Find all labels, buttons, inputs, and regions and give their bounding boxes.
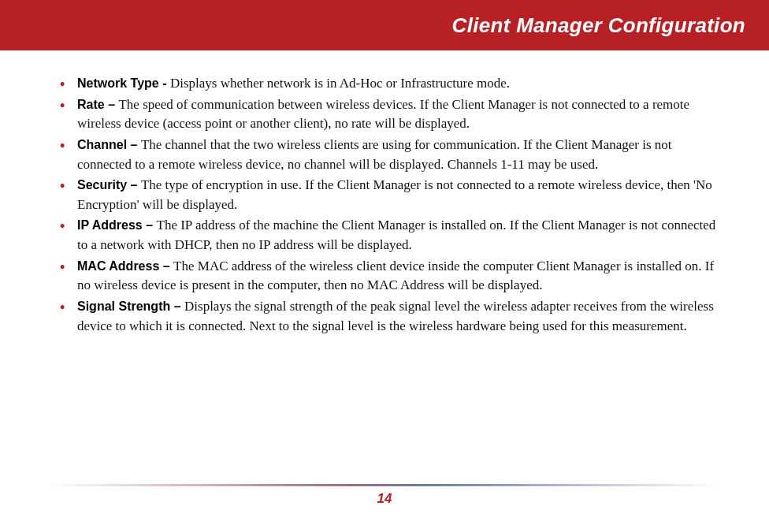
term-description: The channel that the two wireless client… [77,137,672,172]
term-label: MAC Address – [77,259,173,273]
term-label: IP Address – [77,218,157,232]
footer: 14 [47,484,722,507]
content-area: Network Type - Displays whether network … [0,50,769,336]
term-description: The IP address of the machine the Client… [77,218,715,252]
page-title: Client Manager Configuration [452,13,745,38]
list-item: Signal Strength – Displays the signal st… [60,297,722,336]
list-item: Rate – The speed of communication betwee… [60,95,722,134]
list-item: Network Type - Displays whether network … [60,74,722,94]
term-description: The speed of communication between wirel… [77,97,689,132]
term-label: Security – [77,178,141,192]
definition-list: Network Type - Displays whether network … [60,74,722,336]
list-item: Security – The type of encryption in use… [60,176,722,214]
term-label: Channel – [77,138,141,151]
divider [47,484,722,486]
term-label: Network Type - [77,76,170,90]
term-label: Signal Strength – [77,299,184,313]
term-description: Displays whether network is in Ad-Hoc or… [170,76,510,91]
list-item: MAC Address – The MAC address of the wir… [60,257,722,296]
header-bar: Client Manager Configuration [0,0,769,50]
list-item: IP Address – The IP address of the machi… [60,216,722,255]
term-label: Rate – [77,98,118,111]
list-item: Channel – The channel that the two wirel… [60,136,722,174]
term-description: The type of encryption in use. If the Cl… [77,177,712,212]
term-description: The MAC address of the wireless client d… [77,259,714,293]
page-number: 14 [47,491,722,507]
